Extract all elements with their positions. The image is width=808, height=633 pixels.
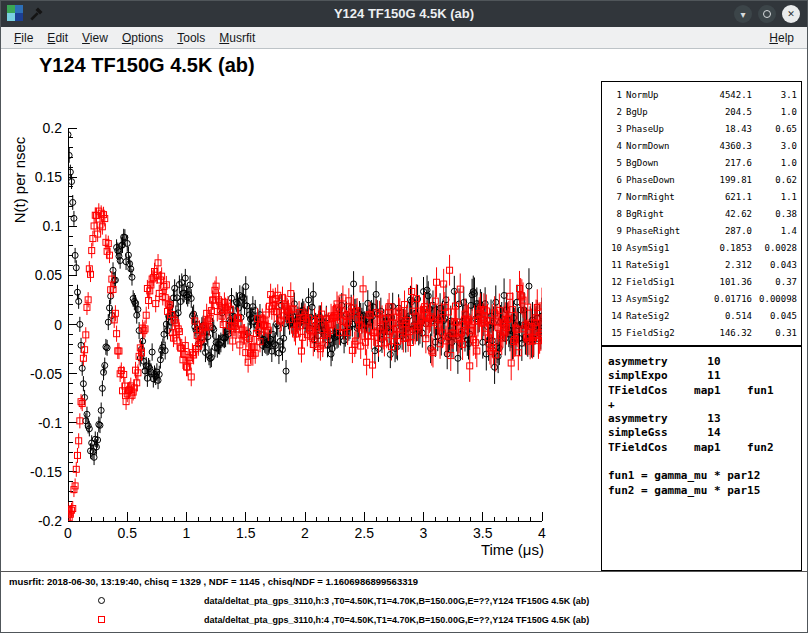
- parameter-row-RateSig2: 14RateSig20.5140.045: [608, 308, 795, 325]
- maximize-button[interactable]: [758, 5, 776, 23]
- svg-text:-0.1: -0.1: [38, 415, 62, 431]
- parameter-row-AsymSig1: 10AsymSig10.18530.0028: [608, 240, 795, 257]
- svg-text:1.5: 1.5: [236, 525, 256, 541]
- menu-item-options[interactable]: Options: [115, 29, 170, 47]
- svg-text:0: 0: [54, 317, 62, 333]
- svg-text:4: 4: [538, 525, 546, 541]
- svg-text:3: 3: [420, 525, 428, 541]
- parameter-row-BgDown: 5BgDown217.61.0: [608, 155, 795, 172]
- menu-item-help[interactable]: Help: [762, 29, 801, 47]
- series-1-points: [65, 127, 545, 465]
- legend-marker-circle: [98, 597, 105, 604]
- svg-text:0.1: 0.1: [43, 218, 63, 234]
- svg-text:0.15: 0.15: [35, 169, 62, 185]
- parameter-row-PhaseDown: 6PhaseDown199.810.62: [608, 172, 795, 189]
- theory-box: asymmetry 10 simplExpo 11 TFieldCos map1…: [601, 346, 802, 571]
- svg-text:2.5: 2.5: [355, 525, 375, 541]
- parameter-box: 1NormUp4542.13.12BgUp204.51.03PhaseUp18.…: [601, 81, 802, 346]
- svg-text:0.05: 0.05: [35, 267, 62, 283]
- svg-text:0.5: 0.5: [118, 525, 138, 541]
- parameter-row-NormUp: 1NormUp4542.13.1: [608, 87, 795, 104]
- legend-marker-square: [98, 616, 105, 623]
- svg-text:0.2: 0.2: [43, 120, 63, 136]
- titlebar: Y124 TF150G 4.5K (ab) ▾ ✕: [1, 1, 807, 27]
- menu-item-musrfit[interactable]: Musrfit: [212, 29, 262, 47]
- plot-area[interactable]: 00.511.522.533.54-0.2-0.15-0.1-0.0500.05…: [1, 49, 601, 571]
- status-area: musrfit: 2018-06-30, 13:19:40, chisq = 1…: [1, 571, 807, 633]
- series-2-points: [65, 203, 545, 525]
- parameter-row-RateSig1: 11RateSig12.3120.043: [608, 257, 795, 274]
- parameter-row-NormDown: 4NormDown4360.33.0: [608, 138, 795, 155]
- menu-item-edit[interactable]: Edit: [40, 29, 75, 47]
- menu-item-file[interactable]: File: [7, 29, 40, 47]
- x-axis-title: Time (μs): [481, 541, 544, 558]
- parameter-row-PhaseRight: 9PhaseRight287.01.4: [608, 223, 795, 240]
- window-title: Y124 TF150G 4.5K (ab): [1, 1, 807, 27]
- shade-button[interactable]: ▾: [734, 5, 752, 23]
- parameter-row-FieldSig1: 12FieldSig1101.360.37: [608, 274, 795, 291]
- legend-text: data/deltat_pta_gps_3110,h:3 ,T0=4.50K,T…: [204, 596, 589, 606]
- parameter-row-PhaseUp: 3PhaseUp18.430.65: [608, 121, 795, 138]
- svg-text:-0.05: -0.05: [30, 366, 62, 382]
- parameter-row-BgRight: 8BgRight42.620.38: [608, 206, 795, 223]
- fit-status-line: musrfit: 2018-06-30, 13:19:40, chisq = 1…: [9, 576, 418, 587]
- menu-item-view[interactable]: View: [75, 29, 115, 47]
- legend-text: data/deltat_pta_gps_3110,h:4 ,T0=4.50K,T…: [204, 615, 589, 625]
- close-button[interactable]: ✕: [782, 5, 800, 23]
- legend-entry: data/deltat_pta_gps_3110,h:4 ,T0=4.50K,T…: [1, 610, 807, 629]
- legend-entry: data/deltat_pta_gps_3110,h:3 ,T0=4.50K,T…: [1, 591, 807, 610]
- svg-text:-0.15: -0.15: [30, 464, 62, 480]
- svg-text:-0.2: -0.2: [38, 513, 62, 529]
- svg-text:2: 2: [301, 525, 309, 541]
- menu-item-tools[interactable]: Tools: [170, 29, 212, 47]
- svg-text:0: 0: [64, 525, 72, 541]
- menubar: FileEditViewOptionsToolsMusrfit Help: [1, 27, 807, 49]
- app-window: Y124 TF150G 4.5K (ab) ▾ ✕ FileEditViewOp…: [0, 0, 808, 633]
- svg-text:3.5: 3.5: [473, 525, 493, 541]
- parameter-row-BgUp: 2BgUp204.51.0: [608, 104, 795, 121]
- theory-text: asymmetry 10 simplExpo 11 TFieldCos map1…: [608, 355, 795, 498]
- parameter-row-FieldSig2: 15FieldSig2146.320.31: [608, 325, 795, 342]
- y-axis-title: N(t) per nsec: [11, 136, 28, 223]
- plot-legend: data/deltat_pta_gps_3110,h:3 ,T0=4.50K,T…: [1, 591, 807, 629]
- plot-canvas: Y124 TF150G 4.5K (ab) 00.511.522.533.54-…: [1, 49, 807, 571]
- svg-text:1: 1: [183, 525, 191, 541]
- maximize-icon: [763, 10, 771, 18]
- parameter-row-NormRight: 7NormRight621.11.1: [608, 189, 795, 206]
- parameter-row-AsymSig2: 13AsymSig20.017160.00098: [608, 291, 795, 308]
